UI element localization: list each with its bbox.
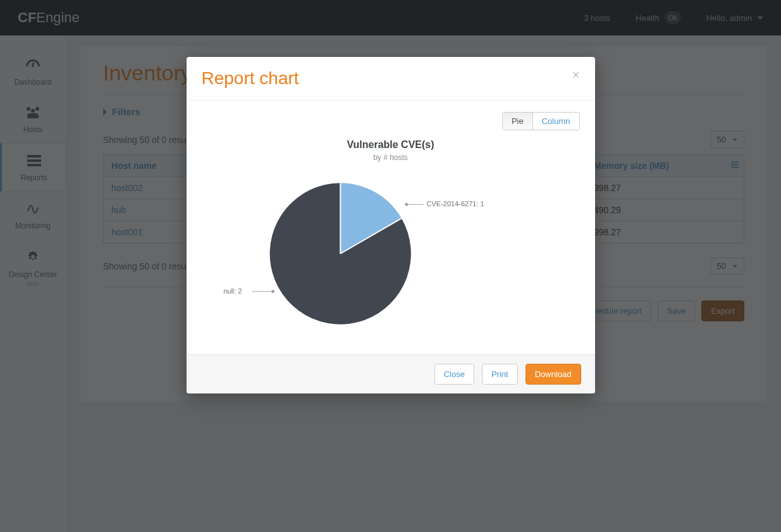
svg-point-4 — [405, 203, 408, 206]
tab-pie[interactable]: Pie — [503, 113, 532, 130]
print-button[interactable]: Print — [482, 364, 518, 385]
chart-area: Vulnerable CVE(s) by # hosts — [202, 130, 580, 339]
pie-chart: CVE-2014-6271: 1 null: 2 — [202, 168, 580, 339]
modal-footer: Close Print Download — [187, 354, 595, 393]
modal-close-button[interactable]: × — [572, 68, 580, 81]
chart-subtitle: by # hosts — [202, 153, 580, 162]
modal-title: Report chart — [202, 68, 299, 89]
pie-label-cve: CVE-2014-6271: 1 — [427, 200, 484, 207]
chart-title: Vulnerable CVE(s) — [202, 139, 580, 151]
report-chart-modal: Report chart × Pie Column Vulnerable CVE… — [187, 57, 595, 393]
close-icon: × — [572, 68, 580, 82]
tab-column[interactable]: Column — [532, 113, 579, 130]
download-button[interactable]: Download — [526, 364, 581, 385]
pie-label-null: null: 2 — [223, 287, 242, 295]
close-button[interactable]: Close — [434, 364, 474, 385]
svg-point-6 — [271, 290, 274, 293]
chart-type-toggle: Pie Column — [502, 112, 580, 130]
